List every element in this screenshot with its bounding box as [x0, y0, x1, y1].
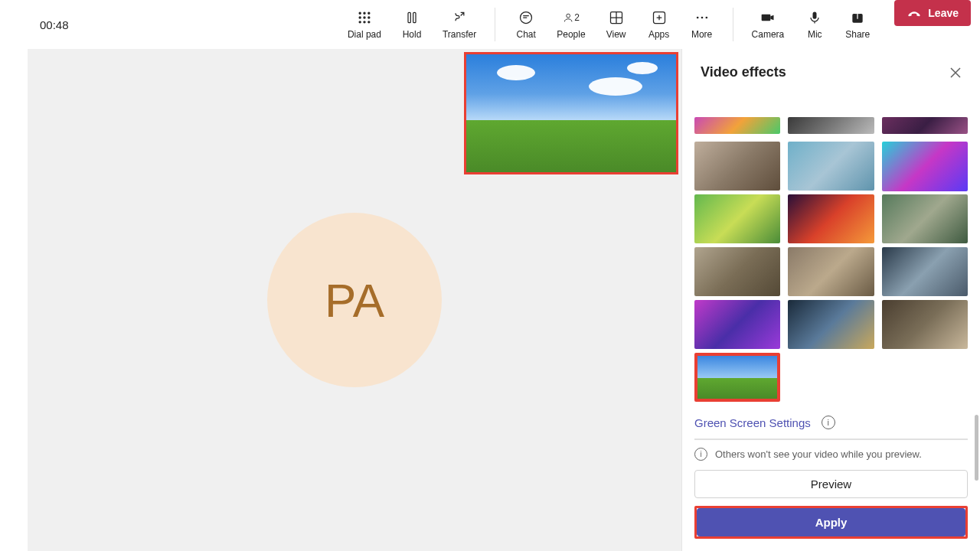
leave-button[interactable]: Leave [894, 0, 971, 26]
preview-note-text: Others won't see your video while you pr… [715, 448, 922, 460]
green-screen-label: Green Screen Settings [694, 416, 811, 429]
background-thumb[interactable] [788, 247, 874, 296]
green-screen-settings-link[interactable]: Green Screen Settings i [682, 402, 980, 432]
chat-label: Chat [517, 29, 536, 40]
transfer-button[interactable]: Transfer [433, 0, 485, 49]
call-timer: 00:48 [40, 18, 69, 31]
svg-point-4 [364, 17, 365, 18]
info-icon[interactable]: i [822, 416, 835, 429]
preview-button[interactable]: Preview [694, 470, 968, 498]
mic-button[interactable]: Mic [793, 0, 836, 49]
people-label: People [557, 29, 585, 40]
background-thumb-selected[interactable] [694, 353, 780, 402]
background-thumb[interactable] [882, 117, 968, 134]
view-button[interactable]: View [595, 0, 638, 49]
background-thumb[interactable] [882, 247, 968, 296]
background-grid [682, 117, 980, 402]
background-thumb[interactable] [788, 194, 874, 243]
chat-button[interactable]: Chat [505, 0, 547, 49]
leave-label: Leave [928, 7, 959, 19]
svg-point-6 [359, 21, 361, 23]
grid-icon [608, 9, 625, 26]
pause-icon [403, 9, 420, 26]
svg-point-12 [567, 14, 570, 18]
svg-point-7 [364, 21, 365, 23]
svg-point-2 [368, 12, 370, 14]
dialpad-icon [356, 9, 373, 26]
share-label: Share [845, 29, 870, 40]
dialpad-button[interactable]: Dial pad [338, 0, 390, 49]
chat-icon [518, 9, 534, 26]
close-icon[interactable] [949, 67, 962, 79]
scrollbar-thumb[interactable] [975, 415, 978, 481]
svg-rect-9 [408, 12, 410, 22]
video-effects-panel: Video effects Green Screen Settings [681, 49, 980, 551]
svg-point-15 [696, 17, 698, 19]
participant-initials: PA [325, 273, 384, 328]
svg-point-1 [364, 12, 365, 14]
hangup-icon [906, 5, 922, 21]
background-thumb[interactable] [694, 142, 780, 191]
preview-note: i Others won't see your video while you … [694, 439, 968, 470]
toolbar-separator [495, 8, 495, 41]
view-label: View [606, 29, 626, 40]
dialpad-label: Dial pad [348, 29, 381, 40]
svg-point-5 [368, 17, 370, 18]
background-thumb[interactable] [882, 194, 968, 243]
svg-point-16 [701, 17, 703, 19]
background-thumb[interactable] [694, 300, 780, 349]
background-thumb[interactable] [694, 117, 780, 134]
plus-box-icon [651, 9, 668, 26]
mic-icon [806, 9, 823, 26]
camera-label: Camera [752, 29, 785, 40]
hold-label: Hold [403, 29, 422, 40]
transfer-icon [451, 9, 468, 26]
share-icon [849, 9, 866, 26]
hold-button[interactable]: Hold [390, 0, 433, 49]
more-icon [694, 9, 710, 26]
background-thumb[interactable] [694, 247, 780, 296]
transfer-label: Transfer [443, 29, 476, 40]
toolbar-separator [733, 8, 733, 41]
background-thumb[interactable] [788, 117, 874, 134]
top-toolbar: 00:48 Dial pad Hold Transfer [0, 0, 980, 49]
background-thumb[interactable] [694, 194, 780, 243]
svg-point-17 [705, 17, 707, 19]
svg-point-3 [359, 17, 361, 18]
camera-button[interactable]: Camera [743, 0, 794, 49]
svg-rect-10 [413, 12, 416, 22]
people-count: 2 [574, 12, 580, 23]
people-icon: 2 [563, 9, 580, 26]
svg-point-8 [368, 21, 370, 23]
svg-rect-18 [813, 12, 817, 19]
share-button[interactable]: Share [836, 0, 879, 49]
background-thumb[interactable] [788, 300, 874, 349]
main-video-stage: PA [28, 49, 681, 551]
participant-avatar: PA [267, 213, 442, 387]
more-button[interactable]: More [681, 0, 724, 49]
info-icon: i [694, 448, 707, 461]
more-label: More [691, 29, 712, 40]
apps-button[interactable]: Apps [638, 0, 681, 49]
background-thumb[interactable] [882, 142, 968, 191]
svg-point-0 [359, 12, 361, 14]
background-thumb[interactable] [882, 300, 968, 349]
apply-button[interactable]: Apply [697, 508, 965, 536]
camera-icon [760, 9, 776, 26]
people-button[interactable]: 2 People [547, 0, 594, 49]
apps-label: Apps [648, 29, 669, 40]
self-preview-tile[interactable] [464, 52, 678, 174]
mic-label: Mic [808, 29, 822, 40]
panel-title: Video effects [701, 64, 786, 80]
background-thumb[interactable] [788, 142, 874, 191]
